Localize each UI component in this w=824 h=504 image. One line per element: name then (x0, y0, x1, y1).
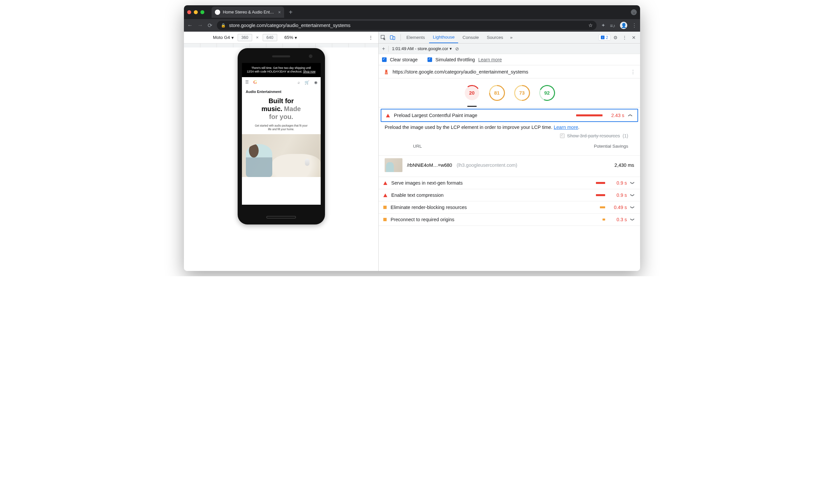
home-button-decoration (266, 216, 296, 218)
svg-rect-1 (390, 35, 393, 39)
bookmark-icon[interactable]: ☆ (588, 23, 593, 28)
audit-text-compression[interactable]: Enable text compression 0.9 s ❯ (379, 189, 640, 201)
device-width-input[interactable] (238, 34, 252, 41)
device-height-input[interactable] (263, 34, 277, 41)
expand-icon[interactable]: ❯ (630, 181, 635, 185)
maximize-window-button[interactable] (200, 10, 204, 14)
phone-screen[interactable]: There's still time. Get free two-day shi… (242, 63, 321, 205)
profile-avatar[interactable]: 👤 (620, 22, 627, 29)
col-savings: Potential Savings (594, 144, 628, 149)
seo-score[interactable]: 92 (540, 86, 554, 100)
learn-more-link[interactable]: Learn more (554, 125, 578, 130)
issue-icon: ! (601, 35, 605, 39)
store-header: ☰ G ⌕ 🛒 ◉ (242, 77, 321, 88)
device-selector[interactable]: Moto G4 ▾ (213, 35, 234, 40)
tab-lighthouse[interactable]: Lighthouse (429, 32, 458, 43)
promo-banner: There's still time. Get free two-day shi… (242, 63, 321, 77)
clear-report-icon[interactable]: ⊘ (455, 46, 459, 52)
devtools-menu-icon[interactable]: ⋮ (620, 35, 629, 40)
learn-more-link[interactable]: Learn more (478, 57, 502, 62)
throttling-label: Simulated throttling (435, 57, 475, 62)
third-party-checkbox[interactable] (560, 133, 564, 138)
extensions-icon[interactable]: ✦ (601, 22, 606, 28)
savings-bar (576, 114, 603, 116)
score-gauges: 20 81 73 92 (379, 79, 640, 107)
expand-icon[interactable]: ❯ (630, 194, 635, 197)
browser-tab[interactable]: G Home Stereo & Audio Entertain… × (212, 7, 284, 18)
savings-bar (596, 194, 605, 196)
collapse-icon[interactable]: ❯ (628, 114, 632, 117)
close-window-button[interactable] (187, 10, 191, 14)
throttling-checkbox[interactable] (427, 57, 432, 62)
accessibility-score[interactable]: 81 (490, 86, 504, 100)
device-stage: There's still time. Get free two-day shi… (184, 43, 378, 271)
new-tab-button[interactable]: + (289, 9, 293, 16)
chevron-down-icon: ▾ (231, 35, 234, 40)
forward-button[interactable]: → (197, 22, 203, 29)
svg-rect-3 (385, 70, 387, 71)
audit-render-blocking[interactable]: Eliminate render-blocking resources 0.49… (379, 201, 640, 214)
more-tabs-icon[interactable]: » (507, 35, 515, 40)
shop-now-link[interactable]: Shop now (303, 70, 315, 73)
savings-bar (600, 206, 605, 208)
audit-preconnect[interactable]: Preconnect to required origins 0.3 s ❯ (379, 214, 640, 226)
lock-icon: 🔒 (221, 23, 226, 28)
expand-icon[interactable]: ❯ (630, 206, 635, 209)
audit-preload-lcp[interactable]: Preload Largest Contentful Paint image 2… (381, 109, 638, 122)
fail-triangle-icon (386, 114, 390, 117)
clear-storage-checkbox[interactable] (382, 57, 387, 62)
browser-menu-icon[interactable]: ⋮ (632, 22, 637, 28)
devtools-tab-bar: Elements Lighthouse Console Sources » !2… (379, 32, 640, 43)
expand-icon[interactable]: ❯ (630, 218, 635, 221)
savings-bar (596, 182, 605, 184)
hamburger-icon[interactable]: ☰ (245, 80, 249, 85)
back-button[interactable]: ← (187, 22, 193, 29)
hero-headline: Built for music. Made for you. (246, 97, 317, 121)
settings-gear-icon[interactable]: ⚙ (611, 35, 620, 40)
new-report-button[interactable]: + (382, 46, 385, 52)
audit-nextgen-images[interactable]: Serve images in next-gen formats 0.9 s ❯ (379, 177, 640, 189)
address-bar[interactable]: 🔒 store.google.com/category/audio_entert… (217, 21, 597, 30)
google-logo-icon[interactable]: G (253, 80, 257, 85)
url-text: store.google.com/category/audio_entertai… (229, 23, 350, 28)
fail-triangle-icon (383, 194, 387, 197)
close-devtools-icon[interactable]: ✕ (629, 35, 638, 40)
toggle-device-icon[interactable] (390, 35, 399, 40)
third-party-toggle[interactable]: Show 3rd-party resources (1) (385, 130, 634, 142)
inspect-element-icon[interactable] (381, 35, 389, 40)
resource-row: /rbNNiE4oM…=w680 (lh3.googleusercontent.… (379, 156, 640, 177)
device-preview-panel: Moto G4 ▾ × 65% ▾ ⋮ There's still time. … (184, 32, 378, 271)
warn-square-icon (383, 218, 387, 221)
report-menu-icon[interactable]: ⋮ (630, 69, 635, 75)
report-selector[interactable]: 1:01:49 AM - store.google.cor ▾ (392, 46, 451, 51)
close-tab-icon[interactable]: × (278, 10, 281, 15)
resource-path: /rbNNiE4oM…=w680 (407, 163, 452, 168)
tab-sources[interactable]: Sources (483, 32, 507, 43)
devtools-panel: Elements Lighthouse Console Sources » !2… (378, 32, 640, 271)
account-icon[interactable]: ◉ (314, 80, 317, 85)
browser-window: G Home Stereo & Audio Entertain… × + ⌄ ←… (184, 5, 640, 271)
reload-button[interactable]: ⟳ (208, 22, 212, 29)
lighthouse-report-bar: + 1:01:49 AM - store.google.cor ▾ ⊘ (379, 43, 640, 54)
search-icon[interactable]: ⌕ (298, 80, 300, 85)
device-menu-icon[interactable]: ⋮ (369, 35, 373, 40)
best-practices-score[interactable]: 73 (515, 86, 529, 100)
performance-score[interactable]: 20 (465, 86, 479, 100)
clear-storage-label: Clear storage (390, 57, 418, 62)
cart-icon[interactable]: 🛒 (305, 80, 309, 85)
tab-console[interactable]: Console (459, 32, 483, 43)
audit-description: Preload the image used by the LCP elemen… (379, 122, 640, 156)
tab-elements[interactable]: Elements (403, 32, 428, 43)
hero-image (242, 134, 321, 177)
phone-frame: There's still time. Get free two-day shi… (238, 48, 325, 224)
table-header: URL Potential Savings (385, 142, 634, 150)
camera-decoration (309, 55, 312, 58)
ruler (184, 43, 378, 47)
minimize-window-button[interactable] (194, 10, 198, 14)
issues-badge[interactable]: !2 (599, 34, 610, 40)
zoom-selector[interactable]: 65% ▾ (285, 35, 297, 40)
reading-list-icon[interactable]: ≡♪ (610, 23, 615, 28)
fail-triangle-icon (383, 181, 387, 185)
hero-subcopy: Get started with audio packages that fit… (246, 121, 317, 134)
tab-overflow-icon[interactable]: ⌄ (631, 9, 637, 15)
